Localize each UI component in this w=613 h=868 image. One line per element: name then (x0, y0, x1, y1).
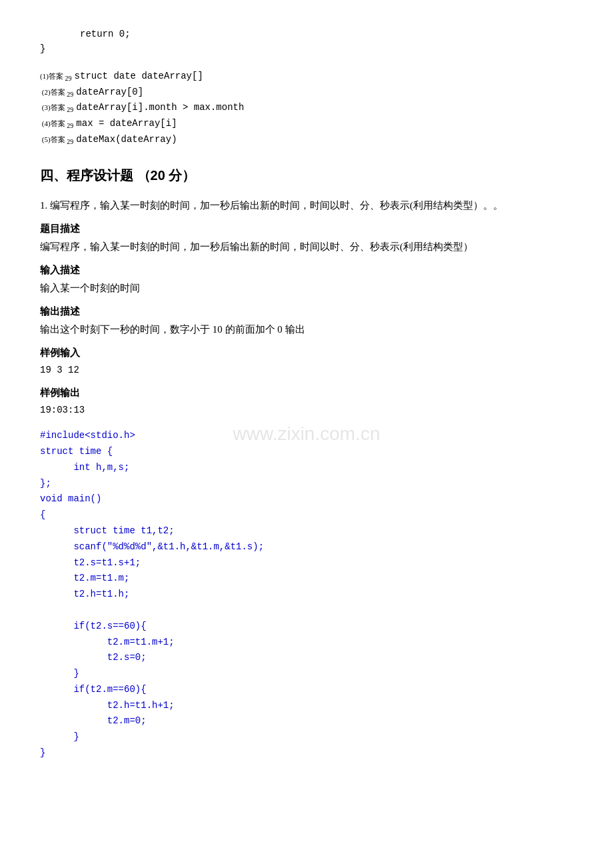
code-line-14: t2.s=0; (40, 650, 573, 666)
code-solution: #include<stdio.h>struct time { int h,m,s… (40, 428, 573, 761)
code-line-2: int h,m,s; (40, 460, 573, 476)
sample-input-value: 19 3 12 (40, 362, 573, 379)
answer-4-label: (4)答案 29 (40, 117, 73, 131)
question1-number: 1. (40, 200, 47, 211)
page-content: return 0; } (1)答案 29 struct date dateArr… (40, 27, 573, 761)
code-line-1: struct time { (40, 444, 573, 460)
code-line-15: } (40, 666, 573, 682)
return-line: return 0; (80, 27, 573, 41)
code-line-5: { (40, 507, 573, 523)
sub-title-sample-out: 样例输出 (40, 384, 573, 402)
answer-3-code: dateArray[i].month > max.month (76, 100, 244, 116)
code-line-20: } (40, 745, 573, 761)
section4-title: 四、程序设计题 （20 分） (40, 167, 573, 185)
code-line-12: if(t2.s==60){ (40, 619, 573, 635)
desc-text: 编写程序，输入某一时刻的时间，加一秒后输出新的时间，时间以时、分、秒表示(利用结… (40, 241, 473, 252)
answers-section: (1)答案 29 struct date dateArray[] (2)答案 2… (40, 69, 573, 148)
answer-2-code: dateArray[0] (76, 85, 143, 101)
code-line-4: void main() (40, 491, 573, 507)
sample-output-value: 19:03:13 (40, 402, 573, 419)
answer-5-label: (5)答案 29 (40, 133, 73, 147)
code-line-0: #include<stdio.h> (40, 428, 573, 444)
code-line-16: if(t2.m==60){ (40, 682, 573, 698)
code-line-8: t2.s=t1.s+1; (40, 555, 573, 571)
code-line-19: } (40, 729, 573, 745)
answer-3: (3)答案 29 dateArray[i].month > max.month (40, 100, 573, 116)
closing-brace: } (40, 41, 573, 56)
sub-title-desc: 题目描述 (40, 220, 573, 238)
input-desc-text: 输入某一个时刻的时间 (40, 283, 140, 293)
code-line-9: t2.m=t1.m; (40, 571, 573, 587)
output-desc-text: 输出这个时刻下一秒的时间，数字小于 10 的前面加个 0 输出 (40, 324, 305, 335)
top-code-block: return 0; } (40, 27, 573, 57)
code-line-10: t2.h=t1.h; (40, 587, 573, 603)
sub-title-output: 输出描述 (40, 303, 573, 321)
question1-block: 1. 编写程序，输入某一时刻的时间，加一秒后输出新的时间，时间以时、分、秒表示(… (40, 197, 573, 419)
answer-4: (4)答案 29 max = dateArray[i] (40, 116, 573, 132)
answer-1-label: (1)答案 29 (40, 70, 72, 84)
answer-5-code: dateMax(dateArray) (76, 132, 177, 148)
answer-1: (1)答案 29 struct date dateArray[] (40, 69, 573, 85)
answer-2-label: (2)答案 29 (40, 86, 73, 100)
code-line-17: t2.h=t1.h+1; (40, 698, 573, 714)
sub-title-sample-in: 样例输入 (40, 344, 573, 362)
answer-4-code: max = dateArray[i] (76, 116, 177, 132)
code-line-11 (40, 603, 573, 619)
code-line-18: t2.m=0; (40, 713, 573, 729)
code-line-7: scanf("%d%d%d",&t1.h,&t1.m,&t1.s); (40, 539, 573, 555)
code-line-13: t2.m=t1.m+1; (40, 635, 573, 651)
code-line-3: }; (40, 476, 573, 492)
answer-2: (2)答案 29 dateArray[0] (40, 85, 573, 101)
answer-5: (5)答案 29 dateMax(dateArray) (40, 132, 573, 148)
code-line-6: struct time t1,t2; (40, 523, 573, 539)
answer-1-code: struct date dateArray[] (75, 69, 203, 85)
question1-text: 编写程序，输入某一时刻的时间，加一秒后输出新的时间，时间以时、分、秒表示(利用结… (50, 200, 503, 211)
answer-3-label: (3)答案 29 (40, 101, 73, 115)
sub-title-input: 输入描述 (40, 261, 573, 279)
